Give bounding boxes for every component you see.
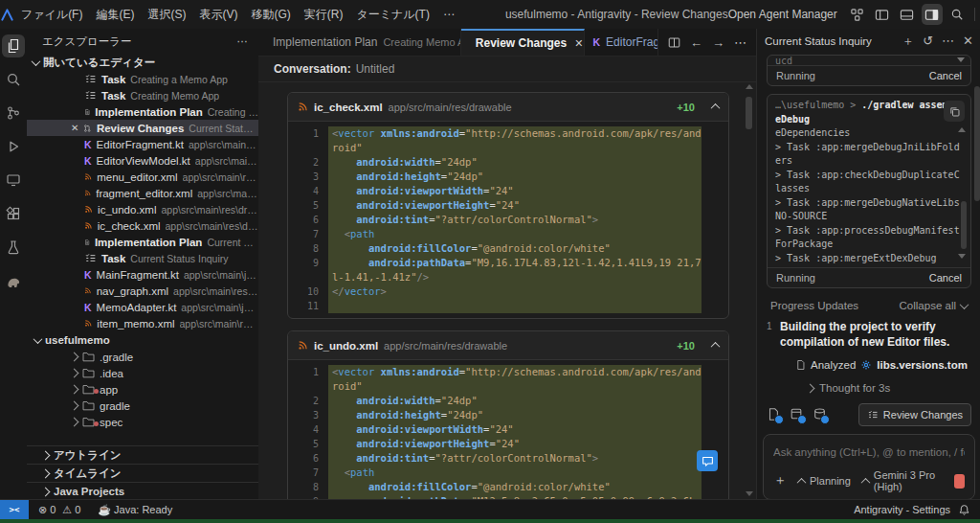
terminal-output: …\usefulmemo > ./gradlew assembleDebugeD… (768, 95, 970, 267)
review-changes-button[interactable]: Review Changes (858, 403, 971, 426)
folder-item[interactable]: gradle (27, 398, 258, 414)
close-tab-icon[interactable]: ✕ (574, 37, 583, 50)
scrollbar-thumb[interactable] (746, 97, 752, 129)
panel-scrollbar-thumb[interactable] (974, 86, 980, 201)
java-projects-section[interactable]: Java Projects (27, 482, 258, 500)
thought-row[interactable]: Thought for 3s (807, 382, 980, 394)
attach-plus-icon[interactable]: ＋ (773, 472, 787, 489)
open-editor-item[interactable]: nav_graph.xmlapp\src\main\res\navigation (27, 283, 258, 299)
open-editor-item[interactable]: KMainFragment.ktapp\src\main\java\com... (27, 266, 258, 283)
open-editor-item[interactable]: KMemoAdapter.ktapp\src\main\java\com... (27, 299, 258, 315)
open-editor-item[interactable]: TaskCreating a Memo App (27, 71, 258, 87)
remote-explorer-icon[interactable] (2, 169, 25, 192)
open-editor-item[interactable]: ✕Review ChangesCurrent Status Inquiry (27, 120, 258, 136)
split-editor-icon[interactable] (668, 36, 680, 49)
open-editor-item[interactable]: item_memo.xmlapp\src\main\res\layout (27, 315, 258, 331)
diff-card-header[interactable]: ic_check.xmlapp/src/main/res/drawable+10 (288, 93, 728, 122)
file-change-icon[interactable] (813, 407, 828, 422)
file-change-icon[interactable] (790, 407, 805, 422)
navigate-back-icon[interactable]: ← (690, 35, 702, 50)
menu-item[interactable]: 選択(S) (141, 5, 192, 24)
remote-indicator[interactable]: >< (0, 500, 29, 519)
timeline-section[interactable]: タイムライン (27, 464, 258, 482)
folder-item[interactable]: app (27, 381, 258, 398)
mode-selector[interactable]: Planning (798, 475, 851, 487)
outline-section[interactable]: アウトライン (27, 445, 258, 464)
copy-icon[interactable] (944, 101, 965, 122)
folder-item[interactable]: spec (27, 414, 258, 430)
extensions-icon[interactable] (2, 202, 25, 225)
scroll-up-arrow[interactable] (958, 127, 966, 132)
menu-item[interactable]: 実行(R) (298, 5, 350, 24)
search-icon[interactable] (2, 68, 25, 91)
scroll-up-arrow[interactable] (746, 84, 753, 89)
more-actions-icon[interactable]: ⋯ (734, 35, 746, 50)
cancel-button[interactable]: Cancel (929, 70, 962, 81)
scroll-down-arrow[interactable] (957, 57, 965, 62)
toggle-secondary-sidebar-icon[interactable] (922, 4, 943, 25)
open-editor-item[interactable]: KEditorViewModel.ktapp\src\main\java\c..… (27, 152, 258, 169)
open-editor-item[interactable]: ic_check.xmlapp\src\main\res\drawable (27, 217, 258, 234)
problems-indicator[interactable]: ⊗0 ⚠0 (38, 504, 80, 516)
open-editor-item[interactable]: KEditorFragment.ktapp\src\main\java\co..… (27, 136, 258, 152)
tab-implementation-plan[interactable]: Implementation Plan Creating Memo App (258, 29, 461, 56)
toggle-panel-icon[interactable] (897, 4, 918, 25)
collapse-card-icon[interactable] (711, 103, 721, 113)
open-agent-manager-button[interactable]: Open Agent Manager (728, 8, 837, 21)
open-editor-item[interactable]: TaskCreating Memo App (27, 87, 258, 103)
stop-button[interactable] (954, 474, 966, 489)
run-debug-icon[interactable] (2, 135, 25, 158)
tab-editorfragment[interactable]: K EditorFrag (585, 29, 658, 56)
history-icon[interactable]: ↺ (923, 34, 933, 48)
ask-input[interactable] (773, 446, 965, 458)
agent-manager-icon[interactable] (847, 4, 868, 25)
panel-more-icon[interactable]: ⋯ (942, 34, 954, 48)
open-editor-item[interactable]: TaskCurrent Status Inquiry (27, 250, 258, 266)
close-icon[interactable]: ✕ (71, 123, 78, 133)
bell-icon[interactable] (958, 504, 970, 516)
diff-card-header[interactable]: ic_undo.xmlapp/src/main/res/drawable+10 (288, 331, 728, 360)
menu-item[interactable]: ファイル(F) (14, 5, 89, 24)
file-change-icon[interactable] (767, 407, 782, 422)
collapse-card-icon[interactable] (711, 342, 721, 352)
collapse-all-button[interactable]: Collapse all (900, 300, 968, 311)
new-conversation-icon[interactable]: ＋ (902, 33, 914, 50)
navigate-forward-icon[interactable]: → (712, 35, 724, 50)
cancel-button[interactable]: Cancel (929, 272, 962, 284)
open-editor-item[interactable]: Implementation PlanCreating Memo App (27, 103, 258, 120)
gradle-elephant-icon[interactable] (2, 269, 25, 292)
explorer-icon[interactable] (2, 34, 25, 57)
toggle-sidebar-icon[interactable] (872, 4, 893, 25)
menu-item[interactable]: 表示(V) (192, 5, 244, 24)
open-editor-item[interactable]: fragment_editor.xmlapp\src\main\res\la..… (27, 185, 258, 201)
scroll-down-arrow[interactable] (746, 491, 753, 496)
line-number: 8 (288, 241, 328, 256)
menu-item[interactable]: ⋯ (436, 5, 461, 24)
editor-scrollbar[interactable] (744, 84, 754, 496)
open-editor-item[interactable]: menu_editor.xmlapp\src\main\res\menu (27, 169, 258, 185)
menu-item[interactable]: 編集(E) (89, 5, 141, 24)
explorer-more-icon[interactable]: ⋯ (237, 34, 250, 48)
error-icon: ⊗ (38, 504, 47, 516)
open-editor-item[interactable]: ic_undo.xmlapp\src\main\res\drawable (27, 201, 258, 217)
source-control-icon[interactable] (2, 102, 25, 125)
open-editors-header[interactable]: 開いているエディター (27, 54, 258, 71)
project-root-header[interactable]: usefulmemo (27, 331, 258, 349)
settings-status-label[interactable]: Antigravity - Settings (854, 504, 950, 515)
add-comment-button[interactable] (697, 450, 718, 471)
terminal-scrollbar-thumb[interactable] (961, 201, 967, 249)
line-number: 7 (288, 227, 328, 241)
testing-icon[interactable] (2, 236, 25, 259)
menu-item[interactable]: 移動(G) (244, 5, 297, 24)
menu-item[interactable]: ターミナル(T) (349, 5, 435, 24)
tab-review-changes[interactable]: Review Changes ✕ (461, 29, 585, 56)
folder-item[interactable]: .gradle (27, 349, 258, 365)
panel-close-icon[interactable]: ✕ (963, 34, 973, 48)
scroll-down-arrow[interactable] (958, 254, 966, 259)
model-selector[interactable]: Gemini 3 Pro (High) (862, 469, 943, 492)
folder-item[interactable]: .idea (27, 365, 258, 381)
open-editor-item[interactable]: Implementation PlanCurrent Status Inqu..… (27, 234, 258, 250)
analyzed-row[interactable]: Analyzed libs.versions.tom (795, 359, 980, 371)
java-status[interactable]: ☕ Java: Ready (98, 504, 172, 516)
search-icon[interactable] (947, 4, 968, 25)
